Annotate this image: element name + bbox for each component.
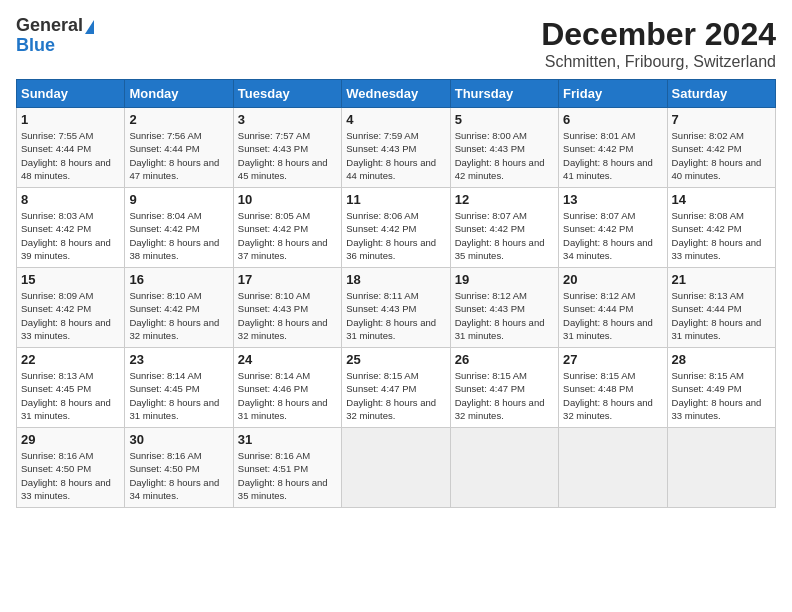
calendar-day-16: 16 Sunrise: 8:10 AM Sunset: 4:42 PM Dayl… — [125, 268, 233, 348]
day-number: 8 — [21, 192, 120, 207]
day-info: Sunrise: 8:15 AM Sunset: 4:47 PM Dayligh… — [455, 369, 554, 422]
day-number: 6 — [563, 112, 662, 127]
calendar-day-2: 2 Sunrise: 7:56 AM Sunset: 4:44 PM Dayli… — [125, 108, 233, 188]
calendar-day-6: 6 Sunrise: 8:01 AM Sunset: 4:42 PM Dayli… — [559, 108, 667, 188]
day-info: Sunrise: 8:06 AM Sunset: 4:42 PM Dayligh… — [346, 209, 445, 262]
day-number: 19 — [455, 272, 554, 287]
title-block: December 2024 Schmitten, Fribourg, Switz… — [541, 16, 776, 71]
day-number: 10 — [238, 192, 337, 207]
day-number: 22 — [21, 352, 120, 367]
day-number: 20 — [563, 272, 662, 287]
logo-general: General — [16, 16, 83, 36]
calendar-day-13: 13 Sunrise: 8:07 AM Sunset: 4:42 PM Dayl… — [559, 188, 667, 268]
month-title: December 2024 — [541, 16, 776, 53]
calendar-day-12: 12 Sunrise: 8:07 AM Sunset: 4:42 PM Dayl… — [450, 188, 558, 268]
day-info: Sunrise: 8:07 AM Sunset: 4:42 PM Dayligh… — [455, 209, 554, 262]
day-number: 21 — [672, 272, 771, 287]
logo: General Blue — [16, 16, 94, 56]
page-header: General Blue December 2024 Schmitten, Fr… — [16, 16, 776, 71]
day-info: Sunrise: 8:14 AM Sunset: 4:46 PM Dayligh… — [238, 369, 337, 422]
calendar-day-28: 28 Sunrise: 8:15 AM Sunset: 4:49 PM Dayl… — [667, 348, 775, 428]
calendar-week-2: 8 Sunrise: 8:03 AM Sunset: 4:42 PM Dayli… — [17, 188, 776, 268]
calendar-day-11: 11 Sunrise: 8:06 AM Sunset: 4:42 PM Dayl… — [342, 188, 450, 268]
calendar-day-4: 4 Sunrise: 7:59 AM Sunset: 4:43 PM Dayli… — [342, 108, 450, 188]
header-monday: Monday — [125, 80, 233, 108]
header-saturday: Saturday — [667, 80, 775, 108]
calendar-day-21: 21 Sunrise: 8:13 AM Sunset: 4:44 PM Dayl… — [667, 268, 775, 348]
day-number: 17 — [238, 272, 337, 287]
day-number: 2 — [129, 112, 228, 127]
day-number: 5 — [455, 112, 554, 127]
day-number: 13 — [563, 192, 662, 207]
day-number: 25 — [346, 352, 445, 367]
calendar-day-17: 17 Sunrise: 8:10 AM Sunset: 4:43 PM Dayl… — [233, 268, 341, 348]
day-info: Sunrise: 7:56 AM Sunset: 4:44 PM Dayligh… — [129, 129, 228, 182]
day-info: Sunrise: 8:13 AM Sunset: 4:45 PM Dayligh… — [21, 369, 120, 422]
day-info: Sunrise: 8:03 AM Sunset: 4:42 PM Dayligh… — [21, 209, 120, 262]
header-tuesday: Tuesday — [233, 80, 341, 108]
calendar-empty — [559, 428, 667, 508]
calendar-day-27: 27 Sunrise: 8:15 AM Sunset: 4:48 PM Dayl… — [559, 348, 667, 428]
day-info: Sunrise: 8:13 AM Sunset: 4:44 PM Dayligh… — [672, 289, 771, 342]
calendar-week-3: 15 Sunrise: 8:09 AM Sunset: 4:42 PM Dayl… — [17, 268, 776, 348]
calendar-day-23: 23 Sunrise: 8:14 AM Sunset: 4:45 PM Dayl… — [125, 348, 233, 428]
day-number: 15 — [21, 272, 120, 287]
header-friday: Friday — [559, 80, 667, 108]
calendar-day-7: 7 Sunrise: 8:02 AM Sunset: 4:42 PM Dayli… — [667, 108, 775, 188]
header-sunday: Sunday — [17, 80, 125, 108]
day-number: 18 — [346, 272, 445, 287]
day-info: Sunrise: 8:10 AM Sunset: 4:42 PM Dayligh… — [129, 289, 228, 342]
day-number: 29 — [21, 432, 120, 447]
calendar-day-29: 29 Sunrise: 8:16 AM Sunset: 4:50 PM Dayl… — [17, 428, 125, 508]
header-wednesday: Wednesday — [342, 80, 450, 108]
calendar-day-31: 31 Sunrise: 8:16 AM Sunset: 4:51 PM Dayl… — [233, 428, 341, 508]
calendar-day-10: 10 Sunrise: 8:05 AM Sunset: 4:42 PM Dayl… — [233, 188, 341, 268]
day-number: 24 — [238, 352, 337, 367]
day-info: Sunrise: 8:09 AM Sunset: 4:42 PM Dayligh… — [21, 289, 120, 342]
day-info: Sunrise: 8:14 AM Sunset: 4:45 PM Dayligh… — [129, 369, 228, 422]
location-title: Schmitten, Fribourg, Switzerland — [541, 53, 776, 71]
calendar-day-25: 25 Sunrise: 8:15 AM Sunset: 4:47 PM Dayl… — [342, 348, 450, 428]
day-info: Sunrise: 8:08 AM Sunset: 4:42 PM Dayligh… — [672, 209, 771, 262]
day-info: Sunrise: 8:16 AM Sunset: 4:51 PM Dayligh… — [238, 449, 337, 502]
header-thursday: Thursday — [450, 80, 558, 108]
day-info: Sunrise: 8:01 AM Sunset: 4:42 PM Dayligh… — [563, 129, 662, 182]
calendar-day-8: 8 Sunrise: 8:03 AM Sunset: 4:42 PM Dayli… — [17, 188, 125, 268]
day-number: 28 — [672, 352, 771, 367]
day-info: Sunrise: 8:15 AM Sunset: 4:48 PM Dayligh… — [563, 369, 662, 422]
calendar-week-4: 22 Sunrise: 8:13 AM Sunset: 4:45 PM Dayl… — [17, 348, 776, 428]
day-number: 11 — [346, 192, 445, 207]
calendar-day-5: 5 Sunrise: 8:00 AM Sunset: 4:43 PM Dayli… — [450, 108, 558, 188]
day-info: Sunrise: 8:12 AM Sunset: 4:43 PM Dayligh… — [455, 289, 554, 342]
calendar-day-19: 19 Sunrise: 8:12 AM Sunset: 4:43 PM Dayl… — [450, 268, 558, 348]
day-number: 3 — [238, 112, 337, 127]
calendar-table: SundayMondayTuesdayWednesdayThursdayFrid… — [16, 79, 776, 508]
logo-triangle — [85, 20, 94, 34]
day-info: Sunrise: 8:10 AM Sunset: 4:43 PM Dayligh… — [238, 289, 337, 342]
calendar-empty — [342, 428, 450, 508]
calendar-day-14: 14 Sunrise: 8:08 AM Sunset: 4:42 PM Dayl… — [667, 188, 775, 268]
calendar-empty — [450, 428, 558, 508]
calendar-empty — [667, 428, 775, 508]
day-number: 31 — [238, 432, 337, 447]
day-info: Sunrise: 8:16 AM Sunset: 4:50 PM Dayligh… — [129, 449, 228, 502]
day-info: Sunrise: 8:02 AM Sunset: 4:42 PM Dayligh… — [672, 129, 771, 182]
day-info: Sunrise: 8:12 AM Sunset: 4:44 PM Dayligh… — [563, 289, 662, 342]
day-number: 9 — [129, 192, 228, 207]
logo-blue: Blue — [16, 35, 55, 55]
day-info: Sunrise: 8:00 AM Sunset: 4:43 PM Dayligh… — [455, 129, 554, 182]
day-info: Sunrise: 8:15 AM Sunset: 4:47 PM Dayligh… — [346, 369, 445, 422]
calendar-day-24: 24 Sunrise: 8:14 AM Sunset: 4:46 PM Dayl… — [233, 348, 341, 428]
day-info: Sunrise: 7:57 AM Sunset: 4:43 PM Dayligh… — [238, 129, 337, 182]
day-info: Sunrise: 8:16 AM Sunset: 4:50 PM Dayligh… — [21, 449, 120, 502]
day-number: 27 — [563, 352, 662, 367]
calendar-day-3: 3 Sunrise: 7:57 AM Sunset: 4:43 PM Dayli… — [233, 108, 341, 188]
day-info: Sunrise: 8:05 AM Sunset: 4:42 PM Dayligh… — [238, 209, 337, 262]
day-info: Sunrise: 7:59 AM Sunset: 4:43 PM Dayligh… — [346, 129, 445, 182]
day-number: 30 — [129, 432, 228, 447]
calendar-day-1: 1 Sunrise: 7:55 AM Sunset: 4:44 PM Dayli… — [17, 108, 125, 188]
day-number: 12 — [455, 192, 554, 207]
calendar-day-26: 26 Sunrise: 8:15 AM Sunset: 4:47 PM Dayl… — [450, 348, 558, 428]
calendar-day-22: 22 Sunrise: 8:13 AM Sunset: 4:45 PM Dayl… — [17, 348, 125, 428]
calendar-day-15: 15 Sunrise: 8:09 AM Sunset: 4:42 PM Dayl… — [17, 268, 125, 348]
